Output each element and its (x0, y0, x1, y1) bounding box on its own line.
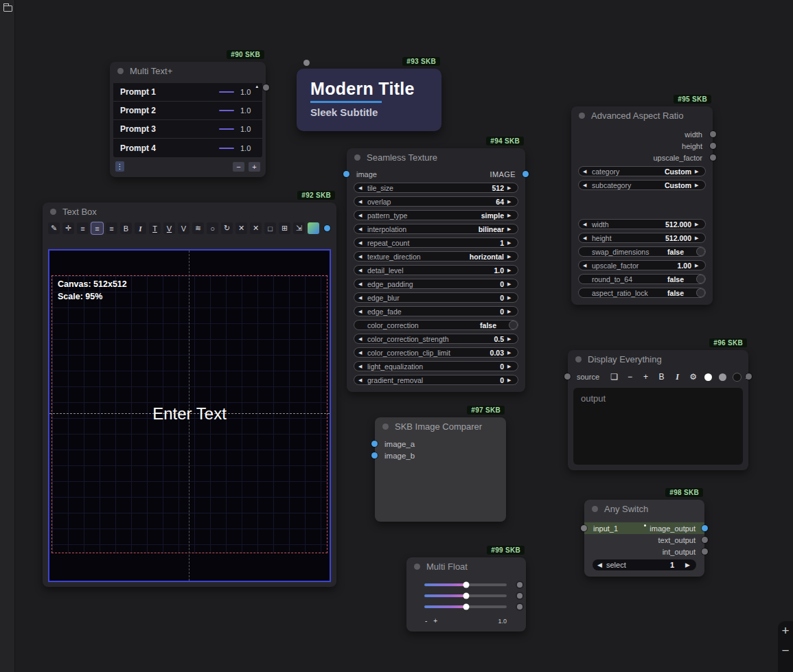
italic-button[interactable]: I (673, 372, 682, 382)
toggle-knob[interactable] (696, 247, 705, 256)
open-folder-icon[interactable] (3, 5, 12, 12)
decrement-arrow-icon[interactable]: ◀ (358, 213, 365, 218)
input-slot-image-a[interactable] (371, 441, 378, 447)
collapse-dot-icon[interactable] (579, 113, 585, 119)
decrement-arrow-icon[interactable]: ◀ (358, 254, 365, 259)
decrement-arrow-icon[interactable]: ◀ (358, 378, 365, 383)
decrement-arrow-icon[interactable]: ◀ (358, 199, 365, 205)
bold-button[interactable]: B (120, 222, 132, 234)
increment-arrow-icon[interactable]: ▶ (507, 309, 514, 314)
color_correction_clip_limit[interactable]: ◀ color_correction_clip_limit 0.03 ▶ (354, 347, 518, 358)
frame-button[interactable]: □ (264, 222, 276, 234)
increment-arrow-icon[interactable]: ▶ (507, 350, 514, 356)
swap_dimensions[interactable]: ◀ swap_dimensions false ▶ (578, 246, 706, 257)
increment-arrow-icon[interactable]: ▶ (507, 268, 514, 273)
increment-arrow-icon[interactable]: ▶ (507, 281, 514, 287)
decrement-arrow-icon[interactable]: ◀ (583, 222, 589, 227)
node-header[interactable]: Text Box (43, 202, 336, 220)
collapse-diagonal-button[interactable]: ✕ (250, 222, 262, 234)
decrement-arrow-icon[interactable]: ◀ (583, 235, 589, 241)
menu-button[interactable]: ⋮ (115, 161, 124, 172)
output-textarea[interactable]: output (573, 388, 743, 465)
toggle-knob[interactable] (696, 288, 705, 297)
decrease-font-button[interactable]: − (625, 372, 634, 382)
weight-slider[interactable] (219, 91, 234, 93)
decrement-arrow-icon[interactable]: ◀ (358, 240, 365, 246)
texture_direction[interactable]: ◀ texture_direction horizontal ▶ (354, 251, 518, 262)
aspect_ratio_lock[interactable]: ◀ aspect_ratio_lock false ▶ (578, 288, 706, 298)
node-header[interactable]: Advanced Aspect Ratio (571, 106, 713, 124)
decrement-arrow-icon[interactable]: ◀ (358, 295, 365, 301)
upscale_factor[interactable]: ◀ upscale_factor 1.00 ▶ (578, 260, 706, 270)
decrement-arrow-icon[interactable]: ◀ (358, 281, 365, 287)
prompt-row[interactable]: Prompt 1 1.0 (113, 83, 262, 102)
light_equalization[interactable]: ◀ light_equalization 0 ▶ (354, 361, 518, 371)
node-any-switch[interactable]: #98 SKB Any Switch input_1 image_output … (584, 500, 704, 577)
collapse-dot-icon[interactable] (414, 564, 420, 570)
increment-arrow-icon[interactable]: ▶ (507, 213, 514, 218)
increment-arrow-icon[interactable]: ▶ (695, 222, 701, 227)
align-center-button[interactable]: ≡ (91, 222, 103, 234)
node-modern-title[interactable]: #93 SKB Modern Title Sleek Subtitle (297, 69, 441, 131)
decrement-arrow-icon[interactable]: ◀ (583, 263, 589, 268)
input-slot-image-b[interactable] (371, 452, 378, 459)
edge_padding[interactable]: ◀ edge_padding 0 ▶ (354, 279, 518, 289)
node-graph-canvas[interactable]: #90 SKB Multi Text+ ▴ Prompt 1 1.0 Promp… (0, 0, 793, 672)
color-white-button[interactable] (704, 373, 712, 381)
table-button[interactable]: ⊞ (279, 222, 290, 234)
decrement-arrow-icon[interactable]: ◀ (358, 364, 365, 369)
increase-font-button[interactable]: + (641, 372, 650, 382)
height[interactable]: ◀ height 512.000 ▶ (578, 233, 706, 243)
weight-slider[interactable] (219, 110, 234, 111)
output-slot-image[interactable] (522, 171, 529, 177)
decrement-arrow-icon[interactable]: ◀ (583, 183, 589, 188)
color_correction[interactable]: ◀ color_correction false ▶ (354, 320, 518, 330)
settings-button[interactable]: ⚙ (689, 372, 698, 382)
droplet-button[interactable]: ○ (207, 222, 218, 234)
edit-button[interactable]: ✎ (48, 222, 60, 234)
node-header[interactable]: SKB Image Comparer (375, 417, 506, 435)
node-skb-image-comparer[interactable]: #97 SKB SKB Image Comparer image_a image… (375, 417, 506, 522)
collapse-dot-icon[interactable] (575, 356, 582, 362)
increment-arrow-icon[interactable]: ▶ (507, 240, 514, 246)
repeat_count[interactable]: ◀ repeat_count 1 ▶ (354, 237, 518, 248)
collapse-dot-icon[interactable] (50, 209, 56, 215)
detail_level[interactable]: ◀ detail_level 1.0 ▶ (354, 265, 518, 275)
round_to_64[interactable]: ◀ round_to_64 false ▶ (578, 274, 706, 284)
decrement-arrow-icon[interactable]: ◀ (358, 227, 365, 232)
zoom-out-button[interactable]: − (781, 644, 789, 657)
collapse-dot-icon[interactable] (354, 154, 360, 161)
input-slot-source[interactable] (564, 373, 571, 380)
decrement-arrow-icon[interactable]: ◀ (358, 336, 365, 342)
bold-button[interactable]: B (657, 372, 666, 382)
increment-arrow-icon[interactable]: ▶ (685, 561, 691, 568)
output-slot-text-output[interactable] (702, 537, 708, 543)
output-slot-image[interactable] (324, 225, 330, 231)
italic-button[interactable]: I (135, 222, 146, 234)
increment-arrow-icon[interactable]: ▶ (507, 336, 514, 342)
collapse-dot-icon[interactable] (117, 68, 124, 74)
collapse-x-button[interactable]: ✕ (235, 222, 247, 234)
slider-track[interactable] (424, 583, 507, 586)
collapse-dot-icon[interactable] (382, 424, 389, 430)
node-multi-float[interactable]: #99 SKB Multi Float (406, 557, 526, 632)
output-slot-upscale-factor[interactable] (710, 154, 716, 161)
decrement-arrow-icon[interactable]: ◀ (583, 169, 589, 174)
output-slot[interactable] (517, 582, 522, 588)
add-slider-button[interactable]: + (433, 617, 437, 625)
weight-slider[interactable] (219, 128, 234, 130)
increment-arrow-icon[interactable]: ▶ (507, 378, 514, 383)
text-t-button[interactable]: T (149, 222, 161, 234)
prompt-row[interactable]: Prompt 2 1.0 (113, 102, 262, 120)
output-slot-int-output[interactable] (702, 548, 708, 555)
node-header[interactable]: Multi Float (406, 557, 526, 575)
increment-arrow-icon[interactable]: ▶ (507, 295, 514, 301)
node-text-box[interactable]: #92 SKB Text Box ✎ ✛ ≡ ≡ (43, 202, 336, 587)
overlap[interactable]: ◀ overlap 64 ▶ (354, 196, 518, 207)
decrement-arrow-icon[interactable]: ◀ (358, 268, 365, 273)
resize-button[interactable]: ⇲ (293, 222, 305, 234)
copy-button[interactable]: ❏ (610, 372, 619, 382)
decrement-arrow-icon[interactable]: ◀ (358, 185, 365, 191)
slider-track[interactable] (424, 605, 507, 608)
toggle-knob[interactable] (696, 275, 705, 283)
